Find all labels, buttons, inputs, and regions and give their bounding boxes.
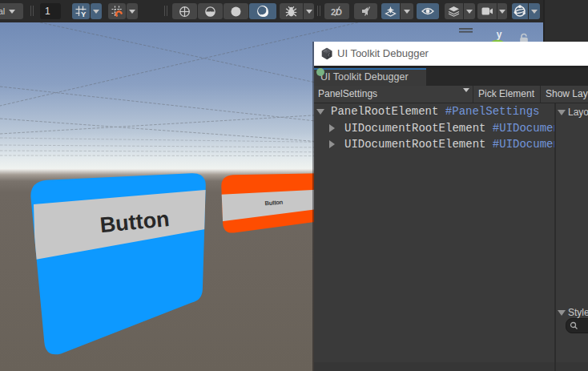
svg-text:y: y: [497, 29, 502, 40]
svg-text:Button: Button: [264, 199, 284, 208]
svg-text:Y: Y: [81, 10, 87, 17]
